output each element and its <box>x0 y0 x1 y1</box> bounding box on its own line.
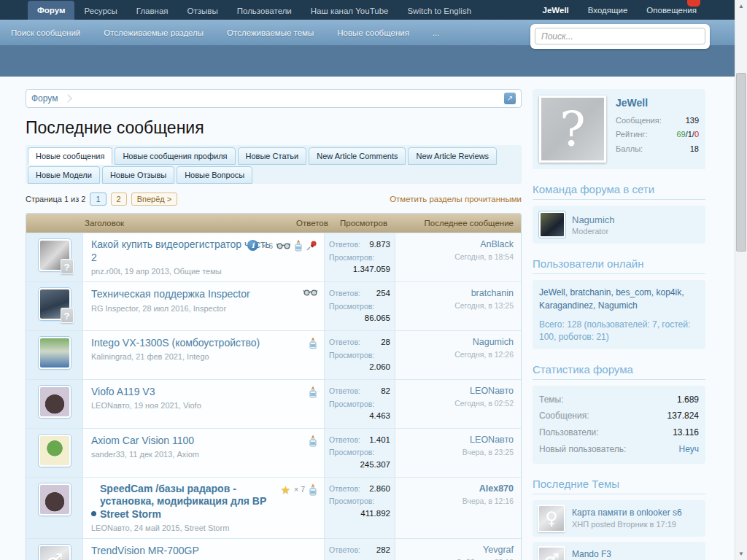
nav-tab-switch-english[interactable]: Switch to English <box>398 3 481 20</box>
thread-avatar[interactable]: ? <box>39 288 71 320</box>
scroll-up-button[interactable]: ▲ <box>735 0 747 12</box>
thread-title-link[interactable]: Техническая поддержка Inspector <box>91 288 250 301</box>
tab-new-reviews[interactable]: Новые Отзывы <box>102 166 174 184</box>
topic-avatar-female[interactable]: ♀ <box>538 505 565 532</box>
member-role: Moderator <box>572 227 615 236</box>
thread-meta: LEONавто, 19 ноя 2021, Viofo <box>91 401 318 410</box>
thread-avatar[interactable] <box>39 337 71 369</box>
nav-tab-resources[interactable]: Ресурсы <box>74 3 126 20</box>
thread-avatar[interactable]: ? <box>39 239 71 271</box>
last-poster-link[interactable]: Yevgraf <box>403 545 514 555</box>
member-avatar[interactable] <box>539 211 565 238</box>
thread-avatar[interactable] <box>39 483 71 516</box>
nav-tab-forum[interactable]: Форум <box>28 1 74 20</box>
tab-new-questions[interactable]: Новые Вопросы <box>177 166 252 184</box>
forum-statistics-section: Статистика форума Темы:1.689 Сообщения:1… <box>533 363 705 464</box>
table-row: Axiom Car Vision 1100 sander33, 11 дек 2… <box>26 428 521 477</box>
views-label: Просмотров: <box>329 495 374 507</box>
thread-title-link[interactable]: SpeedCam /базы радаров - установка, моди… <box>100 483 282 521</box>
thread-meta: RG Inspector, 28 июл 2016, Inspector <box>91 304 318 313</box>
replies-label: Ответов: <box>329 544 360 557</box>
page-count-label: Страница 1 из 2 <box>26 195 85 203</box>
last-poster-link[interactable]: LEONавто <box>403 386 514 396</box>
scrollbar-thumb[interactable] <box>736 73 746 252</box>
users-online-section: Пользователи онлайн JeWell, bratchanin, … <box>533 257 705 349</box>
subnav-watched-threads[interactable]: Отслеживаемые темы <box>227 28 314 37</box>
views-value: 4.463 <box>369 410 390 423</box>
glue-icon <box>309 386 317 398</box>
table-row: ♂ TrendVision MR-700GP SerP, 9 дек 2014,… <box>26 538 521 560</box>
last-post-date: Вчера, в 23:25 <box>403 448 514 456</box>
views-label: Просмотров: <box>329 252 374 263</box>
nav-tab-users[interactable]: Пользователи <box>228 3 301 20</box>
thread-title-link[interactable]: Axiom Car Vision 1100 <box>91 435 194 448</box>
subnav-more[interactable]: ... <box>433 28 440 37</box>
last-poster-link[interactable]: bratchanin <box>403 288 514 298</box>
jump-to-icon[interactable]: ↗ <box>504 93 516 104</box>
points-count[interactable]: 18 <box>690 142 699 156</box>
mark-forums-read-link[interactable]: Отметить разделы прочитанными <box>390 195 522 203</box>
content-column: Форум ↗ Последние сообщения Новые сообще… <box>26 89 522 560</box>
table-header: Заголовок Ответов Просмотров Последнее с… <box>26 214 521 233</box>
last-poster-link[interactable]: Alex870 <box>403 483 514 494</box>
next-page-button[interactable]: Вперёд > <box>131 192 178 206</box>
breadcrumb-forum-link[interactable]: Форум <box>31 93 58 104</box>
nav-tab-home[interactable]: Главная <box>127 3 178 20</box>
page-button-1[interactable]: 1 <box>90 192 106 206</box>
thread-avatar[interactable] <box>39 435 71 467</box>
subnav-search-posts[interactable]: Поиск сообщений <box>11 28 80 37</box>
thread-title-link[interactable]: Какой купить видеорегистратор часть 2 <box>91 238 274 264</box>
glasses-icon <box>303 288 317 296</box>
scroll-down-button[interactable]: ▼ <box>735 548 747 560</box>
subnav-new-posts[interactable]: Новые сообщения <box>337 28 409 37</box>
thread-title-link[interactable]: Viofo A119 V3 <box>91 386 155 399</box>
messages-count[interactable]: 139 <box>686 114 699 128</box>
last-poster-link[interactable]: Nagumich <box>403 337 514 347</box>
tab-new-models[interactable]: Новые Модели <box>28 166 100 184</box>
stat-label: Сообщения: <box>539 408 589 424</box>
nav-tab-reviews[interactable]: Отзывы <box>178 3 228 20</box>
stat-value: 1.689 <box>677 392 699 408</box>
nav-tab-youtube[interactable]: Наш канал YouTube <box>301 3 398 20</box>
topic-title-link[interactable]: Карта памяти в onlooker s6 <box>572 508 682 518</box>
staff-member: Nagumich Moderator <box>539 211 699 238</box>
last-post-date: Сегодня, в 12:26 <box>403 350 514 359</box>
thread-avatar-male[interactable]: ♂ <box>39 545 71 560</box>
last-poster-link[interactable]: AnBlack <box>403 239 514 249</box>
thread-avatar[interactable] <box>39 386 71 418</box>
stat-value: 137.824 <box>667 408 699 424</box>
replies-value: 2.860 <box>369 483 390 496</box>
tab-new-article-comments[interactable]: New Article Comments <box>309 147 406 165</box>
star-count: × 7 <box>294 485 305 494</box>
header-title: Заголовок <box>26 219 296 228</box>
member-name-link[interactable]: Nagumich <box>572 214 615 225</box>
user-avatar[interactable]: ? <box>539 96 606 163</box>
last-poster-link[interactable]: LEONавто <box>403 435 514 445</box>
views-value: 2.060 <box>369 361 390 374</box>
glasses-icon <box>276 241 290 249</box>
last-post-date: Сегодня, в 13:25 <box>403 301 514 310</box>
thread-title-link[interactable]: TrendVision MR-700GP <box>91 545 199 558</box>
inbox-link[interactable]: Входящие <box>588 6 628 15</box>
alerts-link[interactable]: Оповещения <box>646 6 697 15</box>
page-button-2[interactable]: 2 <box>111 192 127 206</box>
latest-threads-section: Последние Темы ♀ Карта памяти в onlooker… <box>533 478 705 560</box>
account-link[interactable]: JeWell <box>543 6 569 15</box>
tab-new-articles[interactable]: Новые Статьи <box>238 147 307 165</box>
tab-new-article-reviews[interactable]: New Article Reviews <box>408 147 497 165</box>
tab-new-posts[interactable]: Новые сообщения <box>28 147 112 165</box>
stat-value: 13.116 <box>673 424 699 441</box>
thread-title-link[interactable]: Intego VX-1300S (комбоустройство) <box>91 337 260 350</box>
breadcrumb: Форум ↗ <box>26 89 522 108</box>
newest-member-link[interactable]: Неуч <box>679 441 699 458</box>
vertical-scrollbar: ▲ ▼ <box>735 0 747 560</box>
search-input[interactable] <box>535 28 705 44</box>
rating-value[interactable]: 69/1/0 <box>676 128 699 141</box>
filter-tabs: Новые сообщения Новые сообщения профиля … <box>26 145 522 184</box>
topic-title-link[interactable]: Mando F3 <box>572 549 665 559</box>
online-users-list[interactable]: JeWell, bratchanin, bes_com, kop4ik, Kar… <box>539 286 699 312</box>
user-name-link[interactable]: JeWell <box>616 97 699 109</box>
subnav-watched-forums[interactable]: Отслеживаемые разделы <box>104 28 204 37</box>
topic-avatar-male[interactable]: ♂ <box>538 546 565 560</box>
tab-new-profile-posts[interactable]: Новые сообщения профиля <box>115 147 235 165</box>
